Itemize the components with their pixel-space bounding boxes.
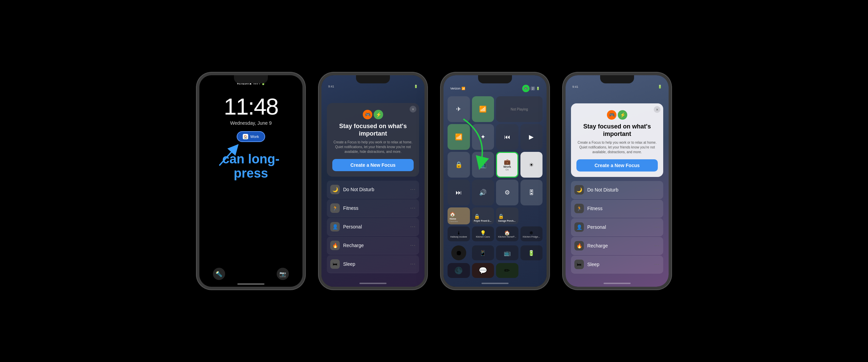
battery-4: 🔋 [658, 85, 662, 88]
blue-arrow-svg [216, 141, 243, 168]
modal-close-button[interactable]: ✕ [410, 106, 416, 113]
focus-item-dnd-light[interactable]: 🌙 Do Not Disturb ··· [571, 181, 663, 199]
wifi-icon: WiFi [253, 81, 260, 85]
brightness-icon: ☀ [529, 162, 534, 168]
work-label: Work [504, 165, 511, 168]
home-tile-foyer[interactable]: 🔒 Foyer Front D... [472, 207, 494, 224]
focus-item-sleep[interactable]: 🛏 Sleep ··· [327, 255, 419, 273]
sleep-label-light: Sleep [587, 262, 654, 267]
carrier-wifi: Verizon 📶 [450, 87, 465, 90]
play-pause[interactable]: ▶ [520, 124, 543, 150]
create-focus-button-light[interactable]: Create a New Focus [576, 159, 658, 172]
modal-close-button-light[interactable]: ✕ [654, 106, 660, 113]
annotation-text: can long-press [199, 152, 302, 181]
status-bar-4: 9:41 🔋 [566, 75, 669, 90]
home-bar [237, 283, 264, 285]
status-icons: ▲ WiFi 🔋 [249, 81, 265, 85]
app-icon-2[interactable]: 💬 [472, 263, 494, 278]
app-icon-2-glyph: 💬 [479, 266, 487, 275]
personal-menu[interactable]: ··· [410, 224, 416, 230]
remote-tile[interactable]: 📱 [472, 245, 494, 260]
next-track[interactable]: ⏭ [448, 180, 470, 205]
record-tile[interactable]: ⏺ [451, 245, 466, 260]
bottom-app-row: 🌡 Hallway ecobee 💡 Kitchen Cans 🏠 Kitche… [443, 224, 547, 244]
focus-pill-icon: 🏠 [243, 134, 248, 139]
flashlight-icon[interactable]: 🔦 [213, 268, 225, 280]
focus-item-personal-light[interactable]: 👤 Personal ··· [571, 218, 663, 236]
focus-list-light: 🌙 Do Not Disturb ··· 🏃 Fitness ··· 👤 Per… [566, 181, 669, 280]
sleep-menu[interactable]: ··· [410, 261, 416, 267]
extra-tile-2[interactable]: 🎛 [520, 180, 543, 205]
foyer-label: Foyer Front D... [474, 220, 492, 222]
hallway-tile[interactable]: 🌡 Hallway ecobee [448, 226, 470, 241]
lock-rotation-tile[interactable]: 🔒 [448, 152, 470, 178]
kitchen-cans-icon: 💡 [480, 230, 486, 236]
modal-icon-2: ⚡ [374, 110, 383, 119]
dnd-icon-light: 🌙 [574, 185, 584, 195]
focus-menu-screen: 9:41 🔋 ✕ 🎮 ⚡ Stay focused on what's impo… [321, 75, 425, 287]
hallway-icon: 🌡 [456, 230, 461, 236]
signal-icon: ▲ [249, 81, 252, 85]
tv-tile[interactable]: 📺 [496, 245, 518, 260]
app-icon-3[interactable]: ✏ [496, 263, 518, 278]
cc-battery: 🔋 [536, 87, 540, 90]
focus-pill[interactable]: 🏠 Work [237, 131, 265, 142]
dnd-menu-light[interactable]: ··· [654, 187, 660, 193]
modal-title: Stay focused on what's important [332, 123, 414, 137]
recharge-menu[interactable]: ··· [410, 242, 416, 248]
bluetooth-tile[interactable]: ✦ [472, 124, 494, 150]
sleep-icon-light: 🛏 [574, 260, 584, 269]
lock-time: 11:48 [224, 93, 278, 120]
brightness-tile[interactable]: ☀ [520, 152, 543, 178]
status-icons-4: 🔋 [658, 85, 662, 88]
recharge-icon: 🔥 [330, 241, 340, 250]
carrier-label: Verizon [237, 81, 249, 85]
wifi-tile[interactable]: 📶 [448, 124, 470, 150]
fitness-label: Fitness [343, 205, 410, 211]
kitchen-cans-label: Kitchen Cans [476, 236, 490, 238]
recharge-menu-light[interactable]: ··· [654, 243, 660, 249]
cellular-tile[interactable]: 📶 [472, 96, 494, 122]
kitchen-cans-tile[interactable]: 💡 Kitchen Cans [472, 226, 494, 241]
annotation-arrow [216, 141, 243, 170]
notification-count: 2 [531, 86, 535, 90]
camera-icon[interactable]: 📷 [277, 268, 289, 280]
sleep-menu-light[interactable]: ··· [654, 261, 660, 267]
recharge-label-light: Recharge [587, 243, 654, 248]
modal-icon-light-2: ⚡ [618, 110, 627, 120]
hallway-label: Hallway ecobee [450, 236, 467, 238]
fitness-menu[interactable]: ··· [410, 205, 416, 211]
screen-mirror-tile[interactable]: 📺 [472, 152, 494, 178]
focus-item-personal[interactable]: 👤 Personal ··· [327, 218, 419, 236]
home-tile-garage[interactable]: 🔒 Garage Perch... [496, 207, 518, 224]
focus-item-recharge[interactable]: 🔥 Recharge ··· [327, 237, 419, 255]
not-playing-label: Not Playing [511, 107, 528, 111]
personal-menu-light[interactable]: ··· [654, 224, 660, 230]
home-tile-empty [520, 207, 543, 224]
focus-item-dnd[interactable]: 🌙 Do Not Disturb ··· [327, 181, 419, 199]
app-icon-1[interactable]: 🌑 [448, 263, 470, 278]
next-icon: ⏭ [456, 189, 462, 196]
dnd-menu[interactable]: ··· [410, 186, 416, 193]
focus-item-recharge-light[interactable]: 🔥 Recharge ··· [571, 237, 663, 255]
prev-track[interactable]: ⏮ [496, 124, 518, 150]
volume-tile[interactable]: 🔊 [472, 180, 494, 205]
battery-tile[interactable]: 🔋 [520, 245, 543, 260]
fitness-menu-light[interactable]: ··· [654, 205, 660, 212]
control-center-grid: ✈ 📶 Not Playing 📶 ✦ ⏮ ▶ [443, 94, 547, 207]
work-focus-tile[interactable]: 💼 Work On [496, 152, 518, 178]
dnd-label-light: Do Not Disturb [587, 187, 654, 193]
home-tile-favorites[interactable]: 🏠 Home Favorites [448, 207, 470, 224]
home-sub: Favorites [450, 220, 468, 222]
status-bar-3: Verizon 📶 🎮 2 🔋 [443, 75, 547, 94]
extra-tile-1[interactable]: ⚙ [496, 180, 518, 205]
focus-item-sleep-light[interactable]: 🛏 Sleep ··· [571, 256, 663, 274]
status-bar-2: 9:41 🔋 [321, 75, 425, 89]
kitchen-fridge-tile[interactable]: ❄ Kitchen Fridge... [520, 226, 543, 241]
focus-item-fitness[interactable]: 🏃 Fitness ··· [327, 199, 419, 217]
focus-item-fitness-light[interactable]: 🏃 Fitness ··· [571, 200, 663, 218]
kitchen-home-tile[interactable]: 🏠 Kitchen HomeP... [496, 226, 518, 241]
airplane-icon: ✈ [456, 105, 461, 113]
airplane-tile[interactable]: ✈ [448, 96, 470, 122]
create-focus-button[interactable]: Create a New Focus [332, 159, 414, 171]
